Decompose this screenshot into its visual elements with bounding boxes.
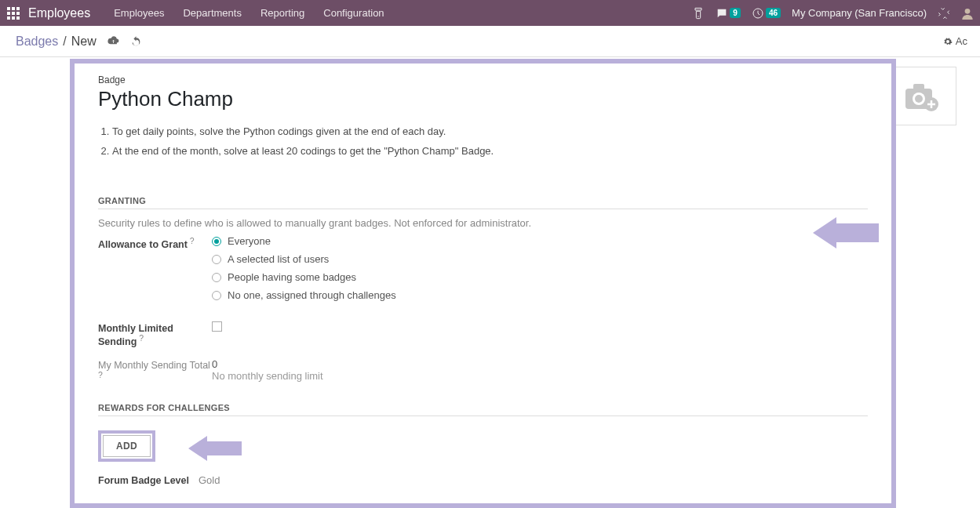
messages-badge: 9 [730,8,741,18]
company-selector[interactable]: My Company (San Francisco) [792,7,927,19]
apps-icon[interactable] [6,6,20,20]
svg-point-2 [965,9,971,14]
app-title[interactable]: Employees [28,6,90,20]
activities-badge: 46 [766,8,781,18]
svg-point-0 [698,16,699,16]
breadcrumb-current: New [71,34,97,49]
granting-help: Security rules to define who is allowed … [98,217,868,229]
radio-people-badges[interactable]: People having some badges [212,271,868,283]
nav-employees[interactable]: Employees [114,7,164,19]
badge-name-input[interactable]: Python Champ [98,87,868,111]
phone-icon[interactable] [692,7,705,20]
radio-icon [212,237,221,246]
badge-description[interactable]: To get daily points, solve the Python co… [98,125,868,157]
radio-everyone[interactable]: Everyone [212,235,868,247]
granting-section-title: GRANTING [98,196,868,209]
radio-icon [212,255,221,264]
monthly-total-hint: No monthly sending limit [212,370,868,382]
breadcrumb-sep: / [63,34,66,49]
avatar[interactable] [961,7,974,20]
nav-departments[interactable]: Departments [183,7,241,19]
badge-form: Badge Python Champ To get daily points, … [70,59,896,508]
cloud-save-icon[interactable] [107,35,119,47]
breadcrumb-bar: Badges / New Ac [0,26,980,57]
breadcrumb-root[interactable]: Badges [16,34,58,49]
annotation-arrow-image [813,217,879,251]
svg-rect-4 [913,84,924,90]
monthly-limited-label: Monthly Limited Sending ? [98,321,212,347]
radio-icon [212,273,221,282]
messages-icon[interactable]: 9 [716,7,741,20]
svg-point-6 [915,95,923,103]
nav-reporting[interactable]: Reporting [260,7,304,19]
activities-icon[interactable]: 46 [752,7,781,20]
monthly-total-value: 0 [212,358,868,370]
radio-icon [212,291,221,300]
add-button-highlight: ADD [98,430,155,462]
action-label: Ac [956,35,967,47]
annotation-arrow-add [188,436,242,463]
top-nav: Employees Employees Departments Reportin… [0,0,980,26]
forum-badge-value[interactable]: Gold [199,474,220,486]
discard-icon[interactable] [130,35,142,47]
radio-no-one[interactable]: No one, assigned through challenges [212,289,868,301]
nav-configuration[interactable]: Configuration [323,7,384,19]
radio-selected-users[interactable]: A selected list of users [212,253,868,265]
rewards-section-title: REWARDS FOR CHALLENGES [98,403,868,416]
nav-right: 9 46 My Company (San Francisco) [692,7,974,20]
forum-badge-label: Forum Badge Level [98,475,189,486]
debug-icon[interactable] [938,7,950,20]
badge-image-upload[interactable] [886,67,956,125]
desc-line-2: At the end of the month, solve at least … [112,145,868,157]
gear-icon [943,37,953,46]
desc-line-1: To get daily points, solve the Python co… [112,125,868,137]
monthly-total-label: My Monthly Sending Total ? [98,358,212,384]
allowance-label: Allowance to Grant ? [98,235,212,250]
action-menu[interactable]: Ac [943,35,967,47]
monthly-limited-checkbox[interactable] [212,321,222,332]
add-button[interactable]: ADD [103,435,151,457]
badge-small-label: Badge [98,74,868,85]
nav-links: Employees Departments Reporting Configur… [114,7,384,19]
